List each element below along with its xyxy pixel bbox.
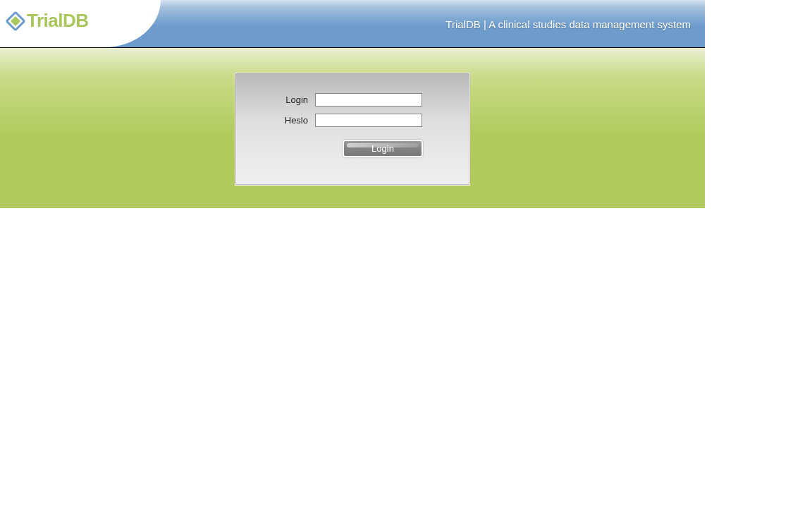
content-area: Login Heslo Login bbox=[0, 48, 705, 208]
svg-rect-1 bbox=[11, 16, 20, 25]
password-input[interactable] bbox=[315, 114, 422, 127]
login-button[interactable]: Login bbox=[343, 140, 423, 157]
password-label: Heslo bbox=[274, 115, 308, 126]
header: TrialDB TrialDB | A clinical studies dat… bbox=[0, 0, 705, 48]
login-panel: Login Heslo Login bbox=[235, 73, 470, 186]
logo-icon bbox=[6, 11, 25, 31]
username-row: Login bbox=[235, 93, 469, 107]
logo-text: TrialDB bbox=[27, 10, 89, 32]
password-row: Heslo bbox=[235, 114, 469, 127]
logo: TrialDB bbox=[6, 10, 89, 32]
button-row: Login bbox=[235, 140, 469, 157]
header-tagline: TrialDB | A clinical studies data manage… bbox=[445, 18, 691, 30]
username-label: Login bbox=[274, 95, 308, 105]
page-container: TrialDB TrialDB | A clinical studies dat… bbox=[0, 0, 705, 208]
username-input[interactable] bbox=[315, 93, 422, 107]
